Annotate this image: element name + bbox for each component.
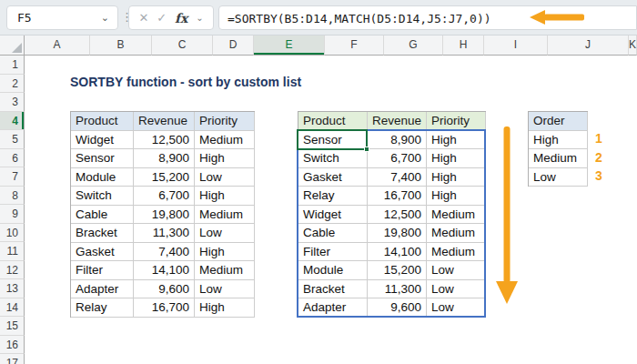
cell-revenue[interactable]: 15,200 (368, 261, 427, 280)
cell-priority[interactable]: Low (427, 298, 486, 318)
cell-revenue[interactable]: 12,500 (368, 206, 427, 225)
cell-product[interactable]: Switch (298, 149, 368, 168)
cell-product[interactable]: Filter (71, 261, 134, 280)
cell-priority[interactable]: High (195, 187, 255, 206)
cell-revenue[interactable]: 19,800 (134, 206, 195, 225)
cell-product[interactable]: Adapter (71, 280, 134, 299)
cell-product[interactable]: Adapter (298, 298, 368, 318)
row-header[interactable]: 13 (0, 279, 25, 298)
row-header[interactable]: 10 (0, 224, 25, 243)
cell-revenue[interactable]: 9,600 (368, 298, 427, 318)
cell-revenue[interactable]: 7,400 (368, 168, 427, 187)
column-header[interactable]: H (443, 35, 484, 56)
row-header[interactable]: 4 (0, 112, 25, 131)
cell-product[interactable]: Widget (298, 206, 368, 225)
row-header[interactable]: 9 (0, 205, 25, 224)
row-header[interactable]: 1 (0, 56, 25, 75)
column-header[interactable]: C (152, 35, 213, 56)
column-header[interactable]: I (484, 35, 548, 56)
source-header-product[interactable]: Product (71, 112, 134, 131)
row-header[interactable]: 14 (0, 298, 25, 318)
cell-priority[interactable]: Low (427, 261, 486, 280)
cell-priority[interactable]: Medium (195, 131, 255, 150)
worksheet-title-cell[interactable]: SORTBY function - sort by custom list (70, 73, 301, 92)
row-header[interactable]: 8 (0, 187, 25, 206)
cell-product[interactable]: Widget (71, 131, 134, 150)
row-header[interactable]: 7 (0, 167, 25, 187)
cell-priority[interactable]: Low (195, 280, 255, 299)
cell-priority[interactable]: High (427, 168, 486, 187)
cell-revenue[interactable]: 9,600 (134, 280, 195, 299)
cell-product[interactable]: Bracket (298, 280, 368, 299)
enter-icon[interactable]: ✓ (157, 11, 167, 25)
row-header[interactable]: 15 (0, 317, 25, 336)
cell-product[interactable]: Gasket (71, 243, 134, 262)
cell-priority[interactable]: High (195, 149, 255, 168)
cell-product[interactable]: Bracket (71, 224, 134, 243)
row-header[interactable]: 5 (0, 130, 25, 149)
cell-product[interactable]: Module (71, 168, 134, 187)
cell-priority[interactable]: Medium (427, 243, 486, 262)
result-header-product[interactable]: Product (298, 112, 368, 131)
column-header[interactable]: B (90, 35, 152, 56)
cell-product[interactable]: Cable (298, 224, 368, 243)
cell-order-rank[interactable]: 2 (590, 148, 621, 167)
row-header[interactable]: 3 (0, 93, 25, 112)
cell-priority[interactable]: Low (195, 224, 255, 243)
column-header[interactable]: F (325, 35, 384, 56)
cell-revenue[interactable]: 11,300 (134, 224, 195, 243)
column-header[interactable]: G (384, 35, 443, 56)
row-header[interactable]: 11 (0, 242, 25, 261)
cell-order-value[interactable]: High (529, 131, 588, 150)
cell-product[interactable]: Filter (298, 243, 368, 262)
cell-order-rank[interactable]: 1 (590, 129, 621, 148)
column-header[interactable]: D (213, 35, 254, 56)
cell-revenue[interactable]: 7,400 (134, 243, 195, 262)
cell-product[interactable]: Sensor (71, 149, 134, 168)
cancel-icon[interactable]: ✕ (138, 11, 148, 25)
row-header[interactable]: 2 (0, 75, 25, 94)
name-box-chevron-icon[interactable]: ⌄ (101, 12, 109, 24)
cell-order-rank[interactable]: 3 (590, 167, 621, 186)
fx-chevron-icon[interactable]: ⌄ (196, 13, 203, 23)
cell-revenue[interactable]: 19,800 (368, 224, 427, 243)
cell-product[interactable]: Cable (71, 206, 134, 225)
order-header[interactable]: Order (529, 112, 588, 131)
cell-priority[interactable]: Low (195, 168, 255, 187)
result-header-priority[interactable]: Priority (427, 112, 486, 131)
row-header[interactable]: 16 (0, 336, 25, 355)
cell-order-value[interactable]: Low (529, 168, 588, 187)
cell-revenue[interactable]: 14,100 (368, 243, 427, 262)
result-header-revenue[interactable]: Revenue (368, 112, 427, 131)
cell-revenue[interactable]: 8,900 (368, 131, 427, 150)
cell-priority[interactable]: Medium (427, 206, 486, 225)
cell-priority[interactable]: High (427, 187, 486, 206)
column-header[interactable]: E (254, 35, 325, 56)
column-header[interactable]: A (25, 35, 90, 56)
cell-priority[interactable]: High (195, 243, 255, 262)
cell-product[interactable]: Module (298, 261, 368, 280)
cell-product[interactable]: Relay (298, 187, 368, 206)
cell-revenue[interactable]: 16,700 (134, 298, 195, 318)
cell-product[interactable]: Relay (71, 298, 134, 318)
cell-priority[interactable]: Medium (195, 206, 255, 225)
cell-revenue[interactable]: 12,500 (134, 131, 195, 150)
source-header-revenue[interactable]: Revenue (134, 112, 195, 131)
cell-revenue[interactable]: 15,200 (134, 168, 195, 187)
cell-revenue[interactable]: 8,900 (134, 149, 195, 168)
cell-order-value[interactable]: Medium (529, 149, 588, 168)
insert-function-icon[interactable]: fx (175, 11, 187, 25)
cell-product[interactable]: Sensor (298, 131, 368, 150)
cell-priority[interactable]: Medium (427, 224, 486, 243)
cell-priority[interactable]: Medium (195, 261, 255, 280)
cell-priority[interactable]: High (427, 149, 486, 168)
row-header[interactable]: 12 (0, 261, 25, 280)
cell-priority[interactable]: Low (427, 280, 486, 299)
row-header[interactable]: 6 (0, 149, 25, 168)
select-all-corner[interactable] (0, 35, 25, 56)
cell-revenue[interactable]: 6,700 (368, 149, 427, 168)
column-header[interactable]: K (629, 35, 637, 56)
cell-product[interactable]: Gasket (298, 168, 368, 187)
row-header[interactable]: 17 (0, 354, 25, 364)
source-header-priority[interactable]: Priority (195, 112, 255, 131)
